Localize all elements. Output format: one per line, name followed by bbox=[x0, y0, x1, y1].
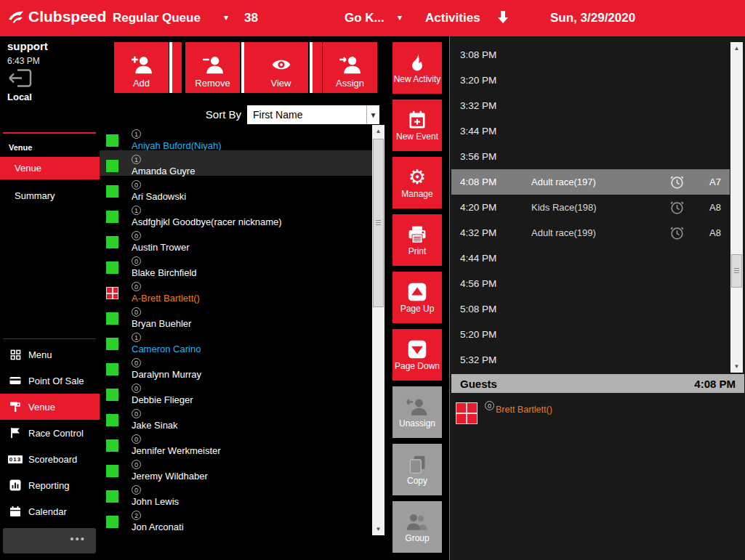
scroll-down-arrow[interactable]: ▼ bbox=[372, 523, 384, 535]
unassign-button[interactable]: Unassign bbox=[392, 386, 442, 438]
page-up-button[interactable]: Page Up bbox=[392, 272, 442, 323]
button-label: Add bbox=[133, 78, 150, 89]
activities-download-arrow-icon[interactable] bbox=[497, 9, 509, 25]
racer-row[interactable]: 1 Cameron Carino bbox=[100, 328, 372, 354]
schedule-slot[interactable]: 3:08 PM bbox=[451, 42, 730, 68]
clubspeed-logo: Clubspeed bbox=[7, 8, 106, 25]
racer-row[interactable]: 1 Amanda Guyre bbox=[100, 150, 372, 176]
scroll-down-arrow[interactable]: ▼ bbox=[730, 360, 743, 373]
schedule-slot[interactable]: 3:32 PM bbox=[451, 93, 730, 118]
track-selector[interactable]: Go K... bbox=[345, 11, 384, 25]
queue-caret-icon[interactable]: ▾ bbox=[224, 12, 228, 23]
slot-time: 4:56 PM bbox=[460, 278, 524, 289]
slot-time: 4:20 PM bbox=[460, 202, 524, 213]
scrollbar-thumb[interactable] bbox=[731, 254, 742, 288]
scroll-up-arrow[interactable]: ▲ bbox=[372, 125, 384, 137]
queue-selector[interactable]: Regular Queue bbox=[113, 11, 201, 25]
racer-row[interactable]: 2 Jon Arconati bbox=[100, 506, 372, 532]
racer-row[interactable]: 0 A-Brett Bartlett() bbox=[100, 277, 372, 303]
schedule-scrollbar[interactable]: ▲ ▼ bbox=[730, 42, 743, 373]
paint-roller-icon bbox=[9, 401, 22, 413]
button-label: Copy bbox=[407, 476, 427, 486]
racer-row[interactable]: 0 John Lewis bbox=[100, 481, 372, 506]
racer-status-marker bbox=[106, 439, 118, 452]
sidebar-item-point-of-sale[interactable]: Point Of Sale bbox=[0, 368, 100, 394]
racer-row[interactable]: 1 Asdfghjkl Goodbye(racer nickname) bbox=[100, 201, 372, 227]
racer-row[interactable]: 0 Ari Sadowski bbox=[100, 176, 372, 201]
button-label: Group bbox=[405, 534, 429, 543]
person-add-icon bbox=[130, 54, 153, 75]
racer-status-marker bbox=[106, 185, 118, 198]
scroll-up-arrow[interactable]: ▲ bbox=[730, 42, 743, 54]
schedule-slot[interactable]: 3:20 PM bbox=[451, 68, 730, 93]
sidebar-item-calendar[interactable]: Calendar bbox=[0, 498, 100, 524]
racer-row[interactable]: 0 Austin Trower bbox=[100, 227, 372, 252]
slot-time: 4:44 PM bbox=[460, 253, 524, 264]
guest-list: 0 Brett Bartlett() bbox=[451, 397, 744, 427]
group-button[interactable]: Group bbox=[392, 501, 442, 553]
racer-row[interactable]: 0 Daralynn Murray bbox=[100, 354, 372, 379]
new-activity-button[interactable]: New Activity bbox=[392, 42, 442, 94]
schedule-slot[interactable]: 5:20 PM bbox=[451, 322, 730, 347]
logout-button[interactable] bbox=[7, 68, 32, 91]
racer-badge: 0 bbox=[132, 180, 141, 190]
new-event-button[interactable]: New Event bbox=[392, 100, 442, 151]
button-divider bbox=[169, 42, 182, 93]
sort-select[interactable]: First Name ▼ bbox=[247, 105, 379, 124]
schedule-slot[interactable]: 4:08 PM Adult race(197) A7 bbox=[451, 169, 730, 195]
racer-badge: 0 bbox=[132, 434, 141, 444]
racer-row[interactable]: 0 Jake Sinak bbox=[100, 405, 372, 430]
sidebar-item-venue-sub[interactable]: Venue bbox=[0, 157, 100, 179]
top-bar: Clubspeed Regular Queue ▾ 38 Go K... ▾ A… bbox=[0, 0, 745, 36]
racer-row[interactable]: 0 Debbie Flieger bbox=[100, 379, 372, 405]
button-label: Print bbox=[408, 247, 427, 256]
racer-status-marker bbox=[106, 211, 118, 223]
nav-label: Reporting bbox=[28, 480, 69, 491]
logo-text: Clubspeed bbox=[28, 8, 106, 25]
sidebar-clock: 6:43 PM bbox=[7, 56, 40, 66]
scoreboard-digits-icon: 013 bbox=[9, 455, 22, 463]
racer-list-scrollbar[interactable]: ▲ ▼ bbox=[372, 125, 384, 535]
remove-racer-button[interactable]: Remove bbox=[185, 42, 240, 93]
schedule-slot[interactable]: 5:32 PM bbox=[451, 347, 730, 373]
schedule-slot[interactable]: 4:56 PM bbox=[451, 271, 730, 296]
schedule-slot[interactable]: 3:56 PM bbox=[451, 144, 730, 169]
sidebar-item-scoreboard[interactable]: 013 Scoreboard bbox=[0, 446, 100, 472]
manage-button[interactable]: ⚙ Manage bbox=[392, 157, 442, 208]
race-name: Kids Race(198) bbox=[531, 202, 597, 213]
schedule-slot[interactable]: 4:20 PM Kids Race(198) A8 bbox=[451, 195, 730, 220]
racer-row[interactable]: 0 Blake Birchfield bbox=[100, 252, 372, 277]
page-down-button[interactable]: Page Down bbox=[392, 329, 442, 381]
racer-badge: 0 bbox=[132, 485, 141, 495]
racer-row[interactable]: 0 Jennifer Werkmeister bbox=[100, 430, 372, 455]
schedule-slot[interactable]: 3:44 PM bbox=[451, 118, 730, 144]
sidebar-nav: Menu Point Of Sale Venue Race Control bbox=[0, 341, 100, 524]
racer-row[interactable]: 1 Aniyah Buford(Niyah) bbox=[100, 125, 372, 150]
racer-badge: 1 bbox=[132, 333, 141, 342]
schedule-slot[interactable]: 5:08 PM bbox=[451, 296, 730, 322]
sidebar-item-menu[interactable]: Menu bbox=[0, 341, 100, 368]
sidebar-item-reporting[interactable]: Reporting bbox=[0, 472, 100, 498]
racer-status-marker bbox=[106, 312, 118, 325]
assign-racer-button[interactable]: Assign bbox=[323, 42, 377, 93]
racer-name: Aniyah Buford(Niyah) bbox=[132, 140, 372, 151]
schedule-slot[interactable]: 4:44 PM bbox=[451, 245, 730, 271]
sidebar-item-summary[interactable]: Summary bbox=[0, 184, 100, 207]
guest-row[interactable]: 0 Brett Bartlett() bbox=[451, 397, 744, 427]
add-racer-button[interactable]: Add bbox=[114, 42, 169, 93]
copy-button[interactable]: Copy bbox=[392, 444, 442, 495]
track-caret-icon[interactable]: ▾ bbox=[398, 12, 402, 23]
racer-row[interactable]: 0 Jeremy Wildhaber bbox=[100, 455, 372, 481]
sidebar-item-race-control[interactable]: Race Control bbox=[0, 420, 100, 446]
schedule-slot[interactable]: 4:32 PM Adult race(199) A8 bbox=[451, 220, 730, 245]
chevron-down-icon: ▼ bbox=[366, 105, 379, 124]
scrollbar-thumb[interactable] bbox=[373, 139, 384, 307]
print-button[interactable]: Print bbox=[392, 214, 442, 266]
activities-button[interactable]: Activities bbox=[425, 11, 480, 25]
view-racer-button[interactable]: View bbox=[254, 42, 308, 93]
date-display: Sun, 3/29/2020 bbox=[550, 11, 635, 25]
racer-row[interactable]: 0 Bryan Buehler bbox=[100, 303, 372, 328]
racer-queue-panel: Add Remove View Assign Sort By First Nam… bbox=[100, 36, 392, 560]
sidebar-item-venue[interactable]: Venue bbox=[0, 394, 100, 420]
sidebar-more-button[interactable]: ••• bbox=[3, 528, 96, 553]
